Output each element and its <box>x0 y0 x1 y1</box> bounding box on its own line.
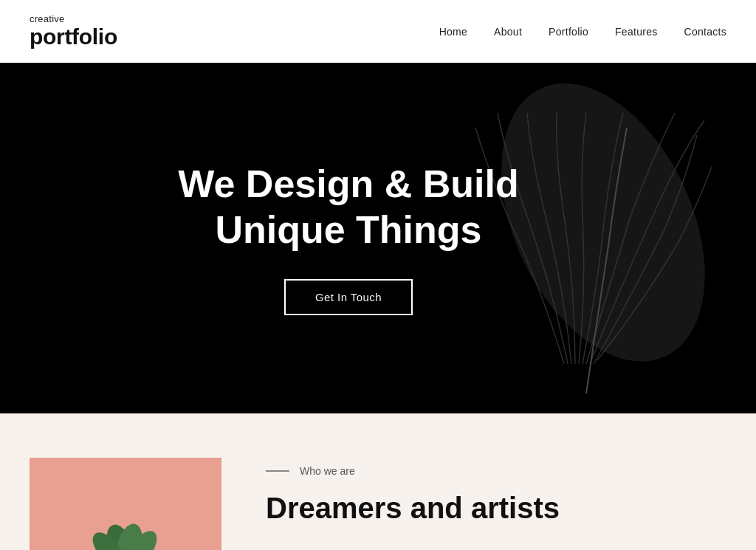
nav-portfolio[interactable]: Portfolio <box>549 26 588 38</box>
nav-home[interactable]: Home <box>439 26 467 38</box>
site-header: creative portfolio Home About Portfolio … <box>0 0 756 63</box>
logo-large: portfolio <box>30 24 117 49</box>
hero-title: We Design & Build Unique Things <box>178 161 518 253</box>
hero-content: We Design & Build Unique Things Get In T… <box>178 161 518 316</box>
main-nav: Home About Portfolio Features Contacts <box>439 26 726 38</box>
about-label: Who we are <box>266 465 726 477</box>
about-image <box>30 458 221 550</box>
about-heading: Dreamers and artists <box>266 490 726 526</box>
nav-features[interactable]: Features <box>615 26 658 38</box>
nav-contacts[interactable]: Contacts <box>684 26 727 38</box>
logo-small: creative <box>30 14 117 24</box>
logo: creative portfolio <box>30 14 117 49</box>
nav-about[interactable]: About <box>494 26 522 38</box>
plant-illustration <box>81 506 170 550</box>
about-text: Who we are Dreamers and artists <box>266 458 726 526</box>
about-label-line <box>266 470 289 472</box>
get-in-touch-button[interactable]: Get In Touch <box>284 279 413 315</box>
about-section: Who we are Dreamers and artists <box>0 413 756 550</box>
hero-section: We Design & Build Unique Things Get In T… <box>0 63 756 413</box>
